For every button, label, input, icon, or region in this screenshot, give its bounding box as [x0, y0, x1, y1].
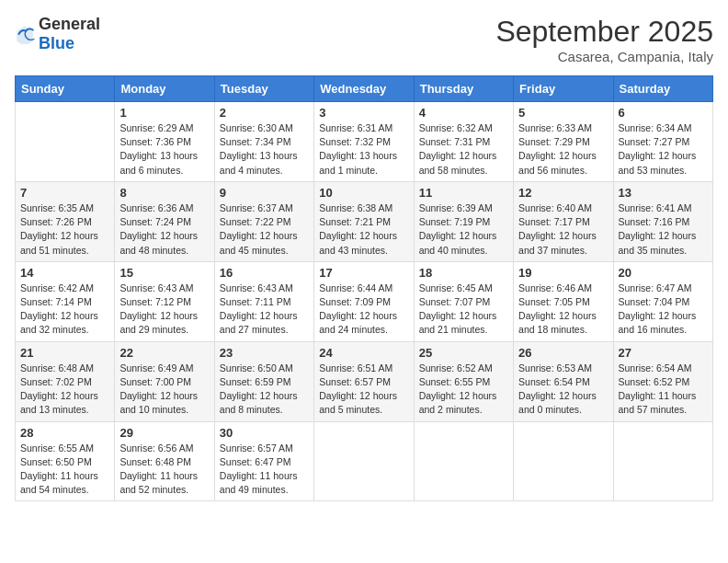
calendar-cell: 17Sunrise: 6:44 AMSunset: 7:09 PMDayligh…	[314, 261, 414, 341]
calendar-cell: 10Sunrise: 6:38 AMSunset: 7:21 PMDayligh…	[314, 181, 414, 261]
day-info: Sunrise: 6:41 AMSunset: 7:16 PMDaylight:…	[619, 201, 708, 258]
day-number: 26	[518, 346, 608, 360]
calendar-cell: 25Sunrise: 6:52 AMSunset: 6:55 PMDayligh…	[414, 341, 513, 421]
day-number: 15	[119, 266, 209, 280]
day-info: Sunrise: 6:43 AMSunset: 7:12 PMDaylight:…	[119, 282, 209, 338]
calendar-cell: 6Sunrise: 6:34 AMSunset: 7:27 PMDaylight…	[613, 102, 712, 182]
logo-icon	[15, 24, 35, 44]
day-info: Sunrise: 6:45 AMSunset: 7:07 PMDaylight:…	[419, 282, 508, 338]
calendar-cell: 4Sunrise: 6:32 AMSunset: 7:31 PMDaylight…	[414, 102, 513, 182]
day-info: Sunrise: 6:31 AMSunset: 7:32 PMDaylight:…	[319, 121, 408, 178]
calendar-cell: 12Sunrise: 6:40 AMSunset: 7:17 PMDayligh…	[514, 181, 613, 261]
day-number: 10	[319, 186, 408, 200]
day-number: 25	[419, 346, 508, 360]
calendar-week-5: 28Sunrise: 6:55 AMSunset: 6:50 PMDayligh…	[16, 421, 713, 501]
calendar-cell: 29Sunrise: 6:56 AMSunset: 6:48 PMDayligh…	[115, 421, 214, 501]
day-number: 11	[419, 186, 508, 200]
day-number: 8	[119, 186, 209, 200]
calendar-week-4: 21Sunrise: 6:48 AMSunset: 7:02 PMDayligh…	[16, 341, 713, 421]
day-number: 14	[20, 266, 109, 280]
page-header: General Blue September 2025 Casarea, Cam…	[15, 15, 713, 64]
calendar-cell: 19Sunrise: 6:46 AMSunset: 7:05 PMDayligh…	[514, 261, 613, 341]
calendar-week-1: 1Sunrise: 6:29 AMSunset: 7:36 PMDaylight…	[16, 102, 713, 182]
day-info: Sunrise: 6:43 AMSunset: 7:11 PMDaylight:…	[220, 282, 309, 338]
calendar-week-2: 7Sunrise: 6:35 AMSunset: 7:26 PMDaylight…	[16, 181, 713, 261]
day-info: Sunrise: 6:52 AMSunset: 6:55 PMDaylight:…	[419, 362, 508, 418]
day-number: 27	[619, 346, 708, 360]
calendar-cell	[514, 421, 613, 501]
day-number: 6	[619, 106, 708, 120]
calendar-cell: 21Sunrise: 6:48 AMSunset: 7:02 PMDayligh…	[16, 341, 115, 421]
calendar-cell: 20Sunrise: 6:47 AMSunset: 7:04 PMDayligh…	[613, 261, 712, 341]
location-title: Casarea, Campania, Italy	[495, 49, 713, 64]
day-number: 21	[20, 346, 109, 360]
weekday-header-friday: Friday	[514, 76, 613, 102]
day-number: 23	[220, 346, 309, 360]
day-number: 9	[220, 186, 309, 200]
weekday-header-row: SundayMondayTuesdayWednesdayThursdayFrid…	[16, 76, 713, 102]
day-info: Sunrise: 6:51 AMSunset: 6:57 PMDaylight:…	[319, 362, 408, 418]
day-number: 5	[518, 106, 608, 120]
day-info: Sunrise: 6:46 AMSunset: 7:05 PMDaylight:…	[518, 282, 608, 338]
day-info: Sunrise: 6:57 AMSunset: 6:47 PMDaylight:…	[220, 442, 309, 498]
weekday-header-sunday: Sunday	[16, 76, 115, 102]
day-number: 29	[119, 426, 209, 440]
logo: General Blue	[15, 15, 100, 53]
calendar-cell: 28Sunrise: 6:55 AMSunset: 6:50 PMDayligh…	[16, 421, 115, 501]
day-number: 2	[220, 106, 309, 120]
day-info: Sunrise: 6:40 AMSunset: 7:17 PMDaylight:…	[518, 201, 608, 258]
day-info: Sunrise: 6:29 AMSunset: 7:36 PMDaylight:…	[119, 121, 209, 178]
calendar-cell: 11Sunrise: 6:39 AMSunset: 7:19 PMDayligh…	[414, 181, 513, 261]
day-number: 16	[220, 266, 309, 280]
calendar-cell: 5Sunrise: 6:33 AMSunset: 7:29 PMDaylight…	[514, 102, 613, 182]
calendar-cell	[16, 102, 115, 182]
day-number: 4	[419, 106, 508, 120]
day-info: Sunrise: 6:33 AMSunset: 7:29 PMDaylight:…	[518, 121, 608, 178]
day-number: 12	[518, 186, 608, 200]
day-number: 1	[119, 106, 209, 120]
calendar-cell: 13Sunrise: 6:41 AMSunset: 7:16 PMDayligh…	[613, 181, 712, 261]
calendar-cell: 7Sunrise: 6:35 AMSunset: 7:26 PMDaylight…	[16, 181, 115, 261]
day-number: 7	[20, 186, 109, 200]
day-info: Sunrise: 6:39 AMSunset: 7:19 PMDaylight:…	[419, 201, 508, 258]
day-number: 28	[20, 426, 109, 440]
day-info: Sunrise: 6:36 AMSunset: 7:24 PMDaylight:…	[119, 201, 209, 258]
weekday-header-saturday: Saturday	[613, 76, 712, 102]
day-info: Sunrise: 6:44 AMSunset: 7:09 PMDaylight:…	[319, 282, 408, 338]
weekday-header-monday: Monday	[115, 76, 214, 102]
day-number: 18	[419, 266, 508, 280]
day-info: Sunrise: 6:53 AMSunset: 6:54 PMDaylight:…	[518, 362, 608, 418]
calendar-cell: 3Sunrise: 6:31 AMSunset: 7:32 PMDaylight…	[314, 102, 414, 182]
calendar-cell: 18Sunrise: 6:45 AMSunset: 7:07 PMDayligh…	[414, 261, 513, 341]
day-number: 13	[619, 186, 708, 200]
day-info: Sunrise: 6:30 AMSunset: 7:34 PMDaylight:…	[220, 121, 309, 178]
calendar-cell: 26Sunrise: 6:53 AMSunset: 6:54 PMDayligh…	[514, 341, 613, 421]
calendar-cell: 14Sunrise: 6:42 AMSunset: 7:14 PMDayligh…	[16, 261, 115, 341]
calendar-table: SundayMondayTuesdayWednesdayThursdayFrid…	[15, 75, 713, 501]
day-info: Sunrise: 6:55 AMSunset: 6:50 PMDaylight:…	[20, 442, 109, 498]
calendar-cell: 9Sunrise: 6:37 AMSunset: 7:22 PMDaylight…	[214, 181, 313, 261]
calendar-cell: 30Sunrise: 6:57 AMSunset: 6:47 PMDayligh…	[214, 421, 313, 501]
calendar-cell: 24Sunrise: 6:51 AMSunset: 6:57 PMDayligh…	[314, 341, 414, 421]
calendar-cell: 2Sunrise: 6:30 AMSunset: 7:34 PMDaylight…	[214, 102, 313, 182]
day-info: Sunrise: 6:35 AMSunset: 7:26 PMDaylight:…	[20, 201, 109, 258]
day-info: Sunrise: 6:54 AMSunset: 6:52 PMDaylight:…	[619, 362, 708, 418]
calendar-cell	[314, 421, 414, 501]
calendar-cell: 8Sunrise: 6:36 AMSunset: 7:24 PMDaylight…	[115, 181, 214, 261]
calendar-cell: 27Sunrise: 6:54 AMSunset: 6:52 PMDayligh…	[613, 341, 712, 421]
day-info: Sunrise: 6:56 AMSunset: 6:48 PMDaylight:…	[119, 442, 209, 498]
day-info: Sunrise: 6:34 AMSunset: 7:27 PMDaylight:…	[619, 121, 708, 178]
day-info: Sunrise: 6:42 AMSunset: 7:14 PMDaylight:…	[20, 282, 109, 338]
calendar-cell: 22Sunrise: 6:49 AMSunset: 7:00 PMDayligh…	[115, 341, 214, 421]
day-info: Sunrise: 6:37 AMSunset: 7:22 PMDaylight:…	[220, 201, 309, 258]
day-number: 3	[319, 106, 408, 120]
day-number: 19	[518, 266, 608, 280]
day-info: Sunrise: 6:47 AMSunset: 7:04 PMDaylight:…	[619, 282, 708, 338]
title-block: September 2025 Casarea, Campania, Italy	[495, 15, 713, 64]
day-info: Sunrise: 6:50 AMSunset: 6:59 PMDaylight:…	[220, 362, 309, 418]
day-number: 30	[220, 426, 309, 440]
day-number: 20	[619, 266, 708, 280]
logo-blue-text: Blue	[39, 34, 74, 52]
day-info: Sunrise: 6:48 AMSunset: 7:02 PMDaylight:…	[20, 362, 109, 418]
calendar-cell: 15Sunrise: 6:43 AMSunset: 7:12 PMDayligh…	[115, 261, 214, 341]
